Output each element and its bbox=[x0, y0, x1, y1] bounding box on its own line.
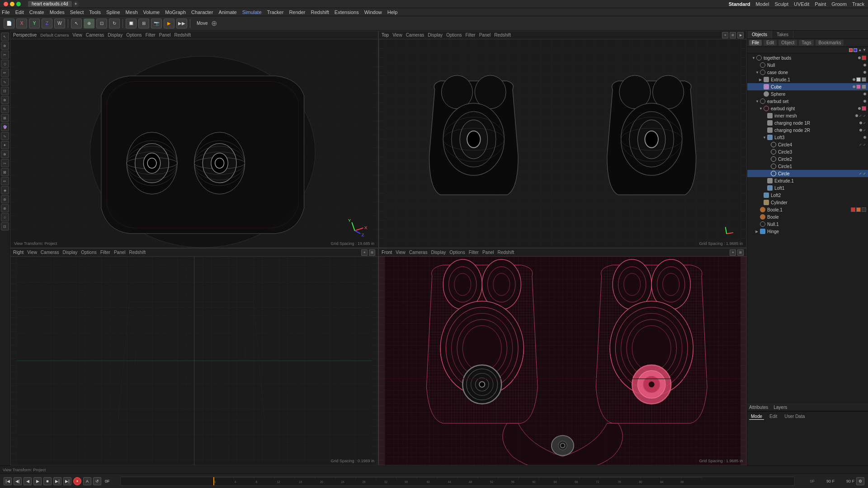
active-tab[interactable]: heart earbuds.c4d bbox=[28, 1, 72, 7]
tb-camera[interactable]: 📷 bbox=[151, 19, 162, 28]
tree-arrow-loft3[interactable]: ▼ bbox=[763, 136, 766, 139]
tree-item-earbud-right[interactable]: ▼ earbud right bbox=[747, 105, 868, 112]
tl-prev[interactable]: ◀ bbox=[24, 477, 32, 485]
tree-item-circle2[interactable]: ▶ Circle2 bbox=[747, 155, 868, 163]
tool-8[interactable]: ⊕ bbox=[1, 96, 9, 104]
tool-14[interactable]: ⊕ bbox=[1, 150, 9, 158]
tool-3[interactable]: ✂ bbox=[1, 51, 9, 59]
vp-front-cameras[interactable]: Cameras bbox=[409, 250, 428, 255]
tb-z[interactable]: Z bbox=[42, 19, 52, 28]
tl-loop[interactable]: ↺ bbox=[93, 477, 101, 485]
tool-18[interactable]: ◈ bbox=[1, 186, 9, 194]
tree-arrow-case-done[interactable]: ▼ bbox=[755, 70, 759, 74]
layout-standard[interactable]: Standard bbox=[729, 1, 750, 7]
tl-start[interactable]: |◀ bbox=[4, 477, 12, 485]
tl-prev-key[interactable]: ◀| bbox=[14, 477, 22, 485]
tree-item-charging-2r[interactable]: ▶ charging node 2R ✓ bbox=[747, 127, 868, 134]
vp-top-btn3[interactable]: ▶ bbox=[737, 32, 744, 38]
vp-right-panel[interactable]: Panel bbox=[114, 250, 126, 255]
vp-redshift-menu[interactable]: Redshift bbox=[174, 33, 191, 38]
tool-17[interactable]: ✏ bbox=[1, 177, 9, 185]
tree-item-circle3[interactable]: ▶ Circle3 bbox=[747, 148, 868, 155]
tool-2[interactable]: ⊕ bbox=[1, 42, 9, 50]
tree-arrow-hinge[interactable]: ▶ bbox=[755, 230, 759, 233]
viewport-right[interactable]: Right View Cameras Display Options Filte… bbox=[10, 248, 378, 465]
tool-19[interactable]: ⊛ bbox=[1, 195, 9, 203]
menu-tracker[interactable]: Tracker bbox=[267, 9, 284, 15]
viewport-top[interactable]: Top View Cameras Display Options Filter … bbox=[378, 31, 747, 248]
tree-item-extrude1[interactable]: ▶ Extrude.1 bbox=[747, 76, 868, 83]
menu-file[interactable]: File bbox=[2, 9, 10, 15]
tb-x[interactable]: X bbox=[16, 19, 27, 28]
vp-right-view[interactable]: View bbox=[27, 250, 37, 255]
vp-top-btn2[interactable]: ⊞ bbox=[730, 32, 736, 38]
menu-mograph[interactable]: MoGraph bbox=[165, 9, 186, 15]
viewport-perspective[interactable]: Perspective Default Camera View Cameras … bbox=[10, 31, 378, 248]
tb-y[interactable]: Y bbox=[29, 19, 40, 28]
tree-item-case-done[interactable]: ▼ case done bbox=[747, 69, 868, 76]
tl-play[interactable]: ▶ bbox=[33, 477, 42, 485]
vp-top-redshift[interactable]: Redshift bbox=[494, 33, 511, 38]
tool-4[interactable]: ◇ bbox=[1, 60, 9, 68]
tree-item-circle1[interactable]: ▶ Circle1 bbox=[747, 163, 868, 170]
tool-15[interactable]: ∾ bbox=[1, 159, 9, 167]
vp-top-cameras[interactable]: Cameras bbox=[406, 33, 425, 38]
vp-right-btn1[interactable]: ≡ bbox=[361, 249, 368, 256]
tool-9[interactable]: ↻ bbox=[1, 105, 9, 113]
new-tab-button[interactable]: + bbox=[73, 1, 79, 7]
tb-grid[interactable]: ⊞ bbox=[138, 19, 149, 28]
tree-arrow-extrude1[interactable]: ▶ bbox=[759, 78, 763, 81]
tool-7[interactable]: ⊡ bbox=[1, 87, 9, 95]
tool-16[interactable]: ⊠ bbox=[1, 168, 9, 176]
tool-6[interactable]: ∿ bbox=[1, 78, 9, 86]
layout-model[interactable]: Model bbox=[755, 1, 769, 7]
tool-5[interactable]: ✏ bbox=[1, 69, 9, 77]
layout-sculpt[interactable]: Sculpt bbox=[774, 1, 788, 7]
vp-options-menu[interactable]: Options bbox=[126, 33, 142, 38]
tree-item-boole1[interactable]: ▶ Boole.1 bbox=[747, 206, 868, 213]
subtab-bookmarks[interactable]: Bookmarks bbox=[816, 40, 844, 46]
tree-item-cube[interactable]: ▶ Cube bbox=[747, 83, 868, 90]
tb-render[interactable]: ▶ bbox=[164, 19, 175, 28]
menu-volume[interactable]: Volume bbox=[143, 9, 160, 15]
tree-item-cylinder[interactable]: ▶ Cylinder bbox=[747, 199, 868, 206]
vp-display-menu[interactable]: Display bbox=[108, 33, 123, 38]
tl-settings[interactable]: ⚙ bbox=[856, 477, 864, 485]
attributes-label[interactable]: Attributes bbox=[749, 405, 768, 410]
tree-item-hinge[interactable]: ▶ Hinge bbox=[747, 228, 868, 235]
attr-tab-userdata[interactable]: User Data bbox=[783, 413, 807, 420]
tb-world[interactable]: W bbox=[54, 19, 65, 28]
tl-next[interactable]: ▶| bbox=[53, 477, 61, 485]
attr-tab-mode[interactable]: Mode bbox=[749, 413, 764, 420]
tree-arrow-earbud-right[interactable]: ▼ bbox=[759, 107, 763, 110]
tree-item-charging-1r[interactable]: ▶ charging node 1R ✓ bbox=[747, 119, 868, 127]
tree-item-sphere[interactable]: ▶ Sphere bbox=[747, 90, 868, 98]
tree-item-together-buds[interactable]: ▼ together buds bbox=[747, 54, 868, 61]
vp-right-btn2[interactable]: ⊞ bbox=[369, 249, 375, 256]
tool-20[interactable]: ⊗ bbox=[1, 204, 9, 212]
vp-right-filter[interactable]: Filter bbox=[100, 250, 110, 255]
tool-21[interactable]: ☆ bbox=[1, 213, 9, 221]
vp-right-redshift[interactable]: Redshift bbox=[129, 250, 146, 255]
vp-cameras-menu[interactable]: Cameras bbox=[86, 33, 104, 38]
tool-10[interactable]: ⊞ bbox=[1, 114, 9, 122]
vp-front-view[interactable]: View bbox=[396, 250, 406, 255]
vp-front-filter[interactable]: Filter bbox=[469, 250, 479, 255]
menu-edit[interactable]: Edit bbox=[15, 9, 24, 15]
vp-view-menu[interactable]: View bbox=[72, 33, 82, 38]
menu-spline[interactable]: Spline bbox=[106, 9, 120, 15]
menu-window[interactable]: Window bbox=[364, 9, 382, 15]
tree-arrow-together-buds[interactable]: ▼ bbox=[752, 56, 755, 60]
menu-character[interactable]: Character bbox=[191, 9, 213, 15]
maximize-button[interactable] bbox=[16, 2, 21, 6]
vp-right-cameras[interactable]: Cameras bbox=[41, 250, 59, 255]
menu-mesh[interactable]: Mesh bbox=[126, 9, 138, 15]
vp-front-redshift[interactable]: Redshift bbox=[498, 250, 514, 255]
menu-select[interactable]: Select bbox=[70, 9, 84, 15]
tool-13[interactable]: ✦ bbox=[1, 141, 9, 149]
tab-takes[interactable]: Takes bbox=[772, 31, 793, 38]
vp-front-display[interactable]: Display bbox=[431, 250, 446, 255]
vp-top-display[interactable]: Display bbox=[428, 33, 443, 38]
tl-auto[interactable]: A bbox=[83, 477, 91, 485]
tb-scale[interactable]: ⊡ bbox=[96, 19, 107, 28]
